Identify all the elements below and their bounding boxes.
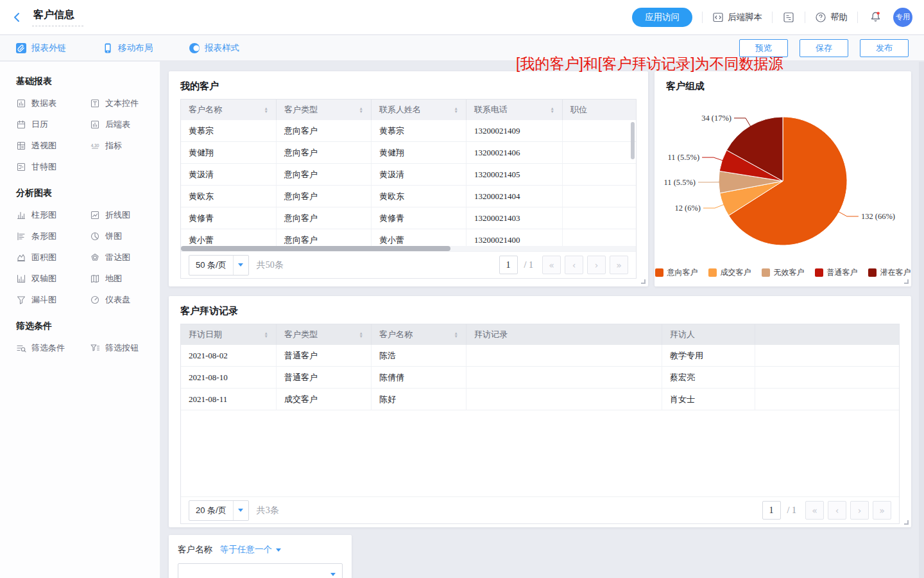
- next-page-button[interactable]: ›: [587, 256, 606, 274]
- my-customers-card[interactable]: 我的客户 客户名称▲▼客户类型▲▼联系人姓名▲▼联系电话▲▼职位黄慕宗意向客户黄…: [169, 71, 648, 286]
- table-cell: [466, 345, 662, 366]
- vertical-scrollbar[interactable]: [631, 122, 635, 159]
- map-icon: [90, 274, 100, 284]
- sidebar-item-gauge[interactable]: 仪表盘: [90, 289, 160, 310]
- first-page-button[interactable]: «: [805, 501, 824, 520]
- app-access-button[interactable]: 应用访问: [632, 8, 692, 27]
- save-button[interactable]: 保存: [800, 39, 848, 57]
- table-cell: 陈倩倩: [372, 367, 466, 388]
- sidebar-item-calendar[interactable]: 日历: [16, 114, 90, 135]
- table-row[interactable]: 黄汲清意向客户黄汲清13200021405: [181, 164, 636, 186]
- sort-icon[interactable]: ▲▼: [359, 107, 363, 114]
- legend-item[interactable]: 普通客户: [815, 267, 858, 278]
- table-row[interactable]: 2021-08-10普通客户陈倩倩蔡宏亮: [181, 367, 899, 389]
- legend-item[interactable]: 潜在客户: [868, 267, 911, 278]
- filter-value-select[interactable]: [178, 563, 343, 578]
- sort-icon[interactable]: ▲▼: [359, 331, 363, 338]
- last-page-button[interactable]: »: [873, 501, 891, 520]
- report-title-editor[interactable]: 客户信息: [32, 8, 83, 26]
- page-size-select[interactable]: 50 条/页: [189, 255, 249, 276]
- report-link-button[interactable]: 报表外链: [15, 42, 66, 54]
- notification-bell-icon[interactable]: [869, 11, 882, 23]
- prev-page-button[interactable]: ‹: [565, 256, 583, 274]
- canvas-scrollbar[interactable]: [919, 62, 924, 578]
- back-icon[interactable]: [12, 12, 23, 23]
- sidebar-item-pivot[interactable]: 透视图: [16, 135, 90, 156]
- table-row[interactable]: 黄慕宗意向客户黄慕宗13200021409: [181, 120, 636, 142]
- legend-item[interactable]: 成交客户: [708, 267, 751, 278]
- filter-operator-dropdown[interactable]: 等于任意一个: [220, 544, 281, 556]
- column-header: 职位: [563, 100, 636, 120]
- data-table: 拜访日期▲▼客户类型▲▼客户名称▲▼拜访记录拜访人2021-08-02普通客户陈…: [180, 324, 900, 524]
- sidebar-item-table[interactable]: 数据表: [16, 92, 90, 114]
- column-header[interactable]: 联系电话▲▼: [466, 100, 563, 120]
- customer-composition-card[interactable]: 客户组成 132 (66%)12 (6%)11 (5.5%)11 (5.5%)3…: [654, 71, 911, 286]
- horizontal-scrollbar-track: [181, 246, 636, 251]
- resize-handle[interactable]: [641, 279, 646, 284]
- sidebar-item-dual-axis[interactable]: 双轴图: [16, 268, 90, 289]
- column-header[interactable]: 客户类型▲▼: [277, 100, 372, 120]
- resize-handle[interactable]: [904, 520, 909, 525]
- sidebar-item-backend-table[interactable]: 后端表: [90, 114, 160, 135]
- column-label: 职位: [570, 104, 587, 116]
- table-row[interactable]: 黄修青意向客户黄修青13200021403: [181, 207, 636, 229]
- operation-log-icon[interactable]: [782, 11, 795, 24]
- sidebar-item-funnel[interactable]: 漏斗图: [16, 289, 90, 310]
- calendar-icon: [16, 119, 26, 130]
- page-number-input[interactable]: 1: [762, 501, 781, 520]
- sidebar-item-filter-condition[interactable]: 筛选条件: [16, 337, 90, 358]
- sidebar-item-column-chart[interactable]: 柱形图: [16, 204, 90, 225]
- table-row[interactable]: 黄欧东意向客户黄欧东13200021404: [181, 186, 636, 207]
- sort-icon[interactable]: ▲▼: [551, 107, 554, 114]
- sidebar-item-map[interactable]: 地图: [90, 268, 160, 289]
- column-header[interactable]: 客户名称▲▼: [181, 100, 277, 120]
- sidebar-item-line-chart[interactable]: 折线图: [90, 204, 160, 225]
- resize-handle[interactable]: [904, 279, 909, 284]
- filter-widget-card[interactable]: 客户名称 等于任意一个: [169, 535, 352, 578]
- report-style-button[interactable]: 报表样式: [189, 42, 239, 54]
- pie-chart-icon: [90, 231, 100, 241]
- pie-chart[interactable]: 132 (66%)12 (6%)11 (5.5%)11 (5.5%)34 (17…: [654, 89, 911, 269]
- first-page-button[interactable]: «: [542, 256, 561, 274]
- sidebar-item-radar-chart[interactable]: 雷达图: [90, 247, 160, 268]
- column-header[interactable]: 联系人姓名▲▼: [372, 100, 466, 120]
- sort-icon[interactable]: ▲▼: [454, 331, 458, 338]
- backend-script-button[interactable]: 后端脚本: [712, 12, 762, 23]
- svg-text:4,30: 4,30: [91, 143, 99, 148]
- sidebar-item-area-chart[interactable]: 面积图: [16, 247, 90, 268]
- column-header[interactable]: 客户名称▲▼: [372, 324, 466, 345]
- table-cell: 黄汲清: [181, 164, 277, 185]
- table-row[interactable]: 2021-08-02普通客户陈浩教学专用: [181, 345, 899, 367]
- table-cell: [563, 142, 636, 163]
- avatar[interactable]: 专用: [893, 8, 912, 27]
- publish-button[interactable]: 发布: [860, 39, 909, 57]
- funnel-icon: [16, 295, 26, 305]
- sidebar-item-pie-chart[interactable]: 饼图: [90, 225, 160, 247]
- sidebar-item-text[interactable]: 文本控件: [90, 92, 160, 114]
- legend-item[interactable]: 无效客户: [762, 267, 805, 278]
- page-size-select[interactable]: 20 条/页: [189, 500, 249, 521]
- column-header[interactable]: 拜访日期▲▼: [181, 324, 277, 345]
- last-page-button[interactable]: »: [610, 256, 628, 274]
- sort-icon[interactable]: ▲▼: [264, 331, 268, 338]
- sidebar-item-gantt[interactable]: 甘特图: [16, 156, 90, 177]
- sort-icon[interactable]: ▲▼: [264, 107, 268, 114]
- table-row[interactable]: 黄健翔意向客户黄健翔13200021406: [181, 142, 636, 164]
- prev-page-button[interactable]: ‹: [828, 501, 846, 520]
- horizontal-scrollbar[interactable]: [181, 246, 450, 251]
- table-row[interactable]: 2021-08-11成交客户陈好肖女士: [181, 389, 899, 410]
- column-header[interactable]: 客户类型▲▼: [277, 324, 372, 345]
- visit-records-card[interactable]: 客户拜访记录 拜访日期▲▼客户类型▲▼客户名称▲▼拜访记录拜访人2021-08-…: [169, 296, 911, 527]
- table-row[interactable]: 黄小蕾意向客户黄小蕾13200021400: [181, 229, 636, 246]
- table-cell: 13200021406: [466, 142, 563, 163]
- sidebar-item-bar-chart[interactable]: 条形图: [16, 225, 90, 247]
- mobile-layout-button[interactable]: 移动布局: [102, 42, 153, 54]
- sidebar-item-metric[interactable]: 4,30指标: [90, 135, 160, 156]
- legend-item[interactable]: 意向客户: [655, 267, 698, 278]
- next-page-button[interactable]: ›: [850, 501, 869, 520]
- help-button[interactable]: 帮助: [815, 12, 848, 23]
- sort-icon[interactable]: ▲▼: [454, 107, 458, 114]
- page-number-input[interactable]: 1: [499, 256, 518, 274]
- card-title: 我的客户: [169, 71, 648, 99]
- sidebar-item-filter-button[interactable]: 筛选按钮: [90, 337, 160, 358]
